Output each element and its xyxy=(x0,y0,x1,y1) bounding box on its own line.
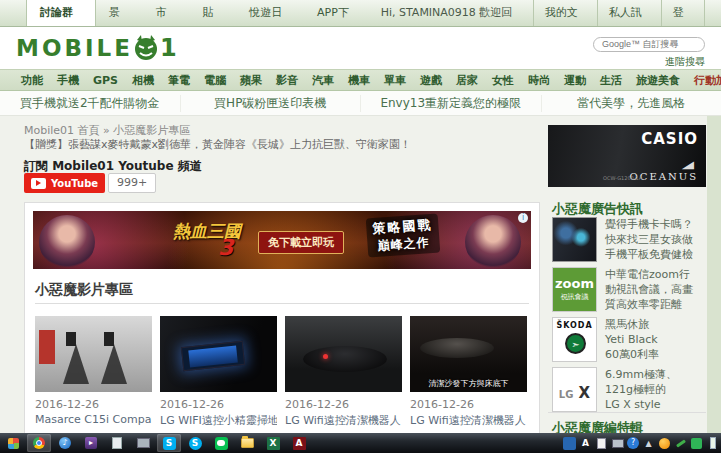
private-messages-link[interactable]: 私人訊息 xyxy=(597,0,661,26)
breadcrumb[interactable]: Mobile01 首頁 » 小惡魔影片專區 xyxy=(24,123,190,138)
user-greeting-menu[interactable]: Hi, STAMINA0918 歡迎回來 ▼ xyxy=(371,0,533,26)
youtube-subscribe-button[interactable]: YouTube xyxy=(24,173,105,193)
zoom-logo-thumbnail: zoom 視訊會議 xyxy=(552,267,597,312)
ad-info-icon[interactable]: i xyxy=(518,213,528,223)
video-thumbnail[interactable] xyxy=(285,316,402,392)
sidebar-ad-zoom[interactable]: zoom 視訊會議 中華電信zoom行 動視訊會議，高畫 質高效率零距離 xyxy=(552,267,705,312)
nav-item-women[interactable]: 女性 xyxy=(485,73,521,88)
nav-item-home[interactable]: 居家 xyxy=(449,73,485,88)
toptab-attractions[interactable]: 景點 xyxy=(96,0,143,26)
logout-link[interactable]: 登出 xyxy=(661,0,705,26)
ad-line: 121g極輕的 xyxy=(605,382,705,397)
video-card[interactable]: 清潔沙發下方與床底下 2016-12-26 LG Wifi遠控清潔機器人 清潔沙 xyxy=(410,316,527,428)
logo-one: 1 xyxy=(160,34,177,62)
promo-link-envy13[interactable]: Envy13重新定義您的極限 xyxy=(360,95,541,112)
video-date: 2016-12-26 xyxy=(35,398,152,411)
taskbar-icon-itunes[interactable]: ♪ xyxy=(53,434,77,452)
taskbar-icon-skype[interactable]: S xyxy=(183,434,207,452)
game-banner-ad[interactable]: 熱血三國 3 免下載立即玩 策略國戰 巔峰之作 i xyxy=(33,211,531,269)
toptab-stickers[interactable]: 貼圖 xyxy=(189,0,236,26)
search-area: 進階搜尋 xyxy=(593,32,705,69)
sidebar-ad-skoda[interactable]: ŠKODA ➣ 黑馬休旅 Yeti Black 60萬0利率 xyxy=(552,317,705,362)
toptab-marketplace[interactable]: 市集 xyxy=(143,0,190,26)
samsung-ad-thumbnail xyxy=(552,217,597,262)
tray-icon-display[interactable] xyxy=(612,439,624,448)
phone-shape xyxy=(181,341,245,371)
nav-item-gps[interactable]: GPS xyxy=(86,74,125,87)
nav-item-car[interactable]: 汽車 xyxy=(305,73,341,88)
mobile01-logo[interactable]: MOBILE 1 xyxy=(16,34,177,62)
nav-item-motorcycle[interactable]: 機車 xyxy=(341,73,377,88)
video-title[interactable]: LG Wifi遠控清潔機器人 清潔沙 xyxy=(410,413,527,428)
advanced-search-link[interactable]: 進階搜尋 xyxy=(593,55,705,69)
x-text: X xyxy=(579,384,591,402)
nav-item-phone[interactable]: 手機 xyxy=(50,73,86,88)
tray-icon-app[interactable] xyxy=(563,437,576,450)
tray-icon-ime-language[interactable]: A xyxy=(579,437,592,450)
taskbar-icon-media-player[interactable]: ▸ xyxy=(79,434,103,452)
skoda-logo-thumbnail: ŠKODA ➣ xyxy=(552,317,597,362)
taskbar-icon-start[interactable] xyxy=(1,434,25,452)
toptab-japan-travel[interactable]: 悅遊日本 xyxy=(236,0,304,26)
nav-item-sports[interactable]: 運動 xyxy=(557,73,593,88)
toptab-app-download[interactable]: APP下載 xyxy=(304,0,371,26)
nav-item-bicycle[interactable]: 單車 xyxy=(377,73,413,88)
nav-item-travel-food[interactable]: 旅遊美食 xyxy=(629,73,687,88)
tray-icon-help[interactable]: ? xyxy=(627,437,639,449)
taskbar-icon-acrobat[interactable]: A xyxy=(287,434,311,452)
video-thumbnail[interactable] xyxy=(160,316,277,392)
nav-item-features[interactable]: 功能 xyxy=(14,73,50,88)
video-card[interactable]: 2016-12-26 LG Wifi遠控清潔機器人 比較不 xyxy=(285,316,402,428)
video-thumbnail[interactable]: 清潔沙發下方與床底下 xyxy=(410,316,527,392)
taskbar-icon-remote-desktop[interactable] xyxy=(131,434,155,452)
video-title[interactable]: LG Wifi遠控清潔機器人 比較不 xyxy=(285,413,402,428)
nav-item-games[interactable]: 遊戲 xyxy=(413,73,449,88)
taskbar-icon-file-explorer[interactable] xyxy=(235,434,259,452)
taskbar-icon-excel[interactable]: X xyxy=(261,434,285,452)
nav-item-life[interactable]: 生活 xyxy=(593,73,629,88)
skype-icon: S xyxy=(189,437,202,450)
toptab-discussion-groups[interactable]: 討論群組 xyxy=(26,0,96,26)
my-articles-link[interactable]: 我的文章 xyxy=(533,0,597,26)
casio-ad[interactable]: CASIO ◢ OCEANUS OCW-G1200-1A xyxy=(548,125,706,187)
ad-text: 覺得手機卡卡嗎？ 快來找三星女孩做 手機平板免費健檢 xyxy=(605,217,705,262)
folder-icon xyxy=(241,438,254,448)
tray-icon-document[interactable] xyxy=(597,438,606,449)
promo-link-phone-gift[interactable]: 買手機就送2千配件購物金 xyxy=(0,95,180,112)
video-card[interactable]: 2016-12-26 LG WIFI遠控小精靈掃地機器人 xyxy=(160,316,277,428)
music-icon: ♪ xyxy=(59,437,71,449)
sidebar-ad-lg[interactable]: LG X style 6.9mm極薄、 121g極輕的 LG X style xyxy=(552,367,705,412)
nav-item-pc[interactable]: 電腦 xyxy=(197,73,233,88)
play-now-button[interactable]: 免下載立即玩 xyxy=(258,231,344,254)
sidebar-ad-samsung[interactable]: 覺得手機卡卡嗎？ 快來找三星女孩做 手機平板免費健檢 xyxy=(552,217,705,262)
tray-icon-battery[interactable] xyxy=(710,437,716,449)
video-thumbnail[interactable] xyxy=(35,316,152,392)
notepad-icon xyxy=(112,437,122,449)
google-custom-search-input[interactable] xyxy=(593,37,705,52)
nav-item-apple[interactable]: 蘋果 xyxy=(233,73,269,88)
taskbar-icon-chrome[interactable] xyxy=(27,434,51,452)
promo-link-modern-style[interactable]: 當代美學，先進風格 xyxy=(541,95,721,112)
tray-icon-show-hidden[interactable]: ▲ xyxy=(642,437,655,450)
windows-taskbar: ♪ ▸ S S X A A ? ▲ xyxy=(0,433,721,453)
nav-item-mobile-value-added[interactable]: 行動加值 xyxy=(687,73,721,88)
nav-item-fashion[interactable]: 時尚 xyxy=(521,73,557,88)
taskbar-icon-skype-business[interactable]: S xyxy=(157,434,181,452)
video-title[interactable]: LG WIFI遠控小精靈掃地機器人 xyxy=(160,413,277,428)
tray-icon-antivirus[interactable] xyxy=(659,438,670,449)
taskbar-icon-notepad[interactable] xyxy=(105,434,129,452)
nav-item-camera[interactable]: 相機 xyxy=(125,73,161,88)
tray-icon-pencil[interactable] xyxy=(676,439,686,447)
ad-line: 手機平板免費健檢 xyxy=(605,247,705,262)
nav-item-av[interactable]: 影音 xyxy=(269,73,305,88)
tray-icon-sync[interactable] xyxy=(691,438,702,449)
video-card[interactable]: 2016-12-26 Masarce C15i Compare with xyxy=(35,316,152,428)
taskbar-icon-line[interactable] xyxy=(209,434,233,452)
announcement-marquee[interactable]: 【贈獎】張藝謀x麥特戴蒙x劉德華，黃金陣容《長城》上力抗巨獸、守衛家園！ xyxy=(24,137,524,152)
lg-text: LG xyxy=(559,389,574,400)
video-title[interactable]: Masarce C15i Compare with xyxy=(35,413,152,426)
nav-item-laptop[interactable]: 筆電 xyxy=(161,73,197,88)
youtube-button-label: YouTube xyxy=(51,178,98,189)
promo-link-hp-toner[interactable]: 買HP碳粉匣送印表機 xyxy=(180,95,361,112)
ad-text: 黑馬休旅 Yeti Black 60萬0利率 xyxy=(605,317,705,362)
